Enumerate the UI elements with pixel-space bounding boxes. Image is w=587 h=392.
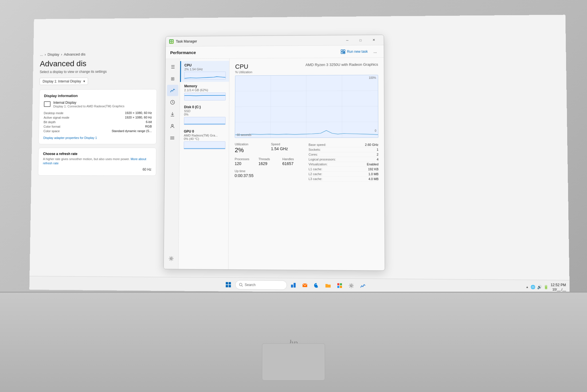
run-new-task-label: Run new task (347, 49, 368, 53)
spec-row-l3-cache: L3 cache: 4.0 MB (308, 177, 378, 181)
svg-rect-31 (337, 283, 339, 285)
breadcrumb-sep2: › (61, 52, 62, 57)
handles-label: Handles (282, 157, 304, 161)
cpu-detail-title: CPU (235, 63, 252, 70)
details-icon (170, 136, 175, 141)
system-tray: ▲ 🌐 🔊 🔋 (526, 285, 548, 289)
start-button[interactable] (223, 279, 234, 291)
cpu-secondary-stats: Processes 120 Threads 1629 Handles 61657 (235, 157, 304, 166)
disk-resource-sub2: 0% (184, 113, 226, 116)
tray-sound-icon[interactable]: 🔊 (537, 285, 542, 289)
sidebar-icon-hamburger[interactable]: ☰ (167, 61, 179, 72)
breadcrumb-current: Advanced dis (64, 52, 86, 56)
l1-cache-value: 192 KB (368, 167, 378, 171)
resource-item-gpu[interactable]: GPU 0 AMD Radeon(TM) Gra... 0% (40 °C) (179, 127, 229, 152)
task-manager-icon (169, 39, 174, 44)
date-value: 10/__./__ (551, 287, 566, 292)
spec-row-cores: Cores: 2 (309, 152, 379, 157)
threads-label: Threads (259, 157, 280, 161)
threads-value: 1629 (259, 161, 280, 166)
sidebar-icon-settings[interactable] (165, 253, 177, 264)
svg-rect-4 (341, 50, 343, 51)
taskbar-folder-icon[interactable] (323, 280, 333, 291)
resource-item-disk[interactable]: Disk 0 (C:) SSD 0% (180, 103, 229, 127)
tray-chevron[interactable]: ▲ (526, 285, 529, 289)
clock-display[interactable]: 12:52 PM 10/__./__ (551, 283, 566, 292)
speed-stat: Speed 1.54 GHz (271, 142, 304, 154)
sidebar-icon-users[interactable] (167, 120, 178, 132)
svg-rect-29 (291, 285, 293, 287)
spec-row-sockets: Sockets: 1 (309, 147, 379, 152)
screen-area: ... › Display › Advanced dis Advanced di… (29, 15, 570, 294)
svg-line-17 (235, 91, 378, 91)
color-space-value: Standard dynamic range (S... (111, 129, 152, 133)
uptime-stat: Up time 0:00:37:55 (234, 169, 304, 178)
taskbar-edge-icon[interactable] (311, 280, 322, 291)
settings-subtitle: Select a display to view or change its s… (40, 69, 157, 74)
taskbar-mail-icon[interactable] (300, 280, 310, 291)
desktop-mode-value: 1920 × 1080, 60 Hz (125, 111, 152, 115)
gpu-resource-sub2: 0% (40 °C) (184, 137, 225, 140)
display-selector-dropdown[interactable]: Display 1: Internal Display ▾ (40, 78, 88, 85)
sidebar-icon-startup[interactable] (167, 109, 178, 120)
taskbar-settings-icon[interactable] (346, 280, 357, 291)
svg-line-18 (235, 106, 378, 107)
sidebar-icon-performance[interactable] (167, 85, 178, 96)
processes-stat: Processes 120 (235, 157, 256, 166)
cpu-detail-header: CPU % Utilization AMD Ryzen 3 3250U with… (235, 62, 378, 74)
utilization-value: 2% (235, 146, 268, 154)
svg-rect-26 (229, 285, 231, 287)
breadcrumb-dots[interactable]: ... (40, 52, 43, 57)
memory-resource-sub: 2.1/3.4 GB (62%) (184, 88, 226, 92)
svg-rect-0 (170, 40, 171, 41)
device-sub: Display 1: Connected to AMD Radeon(TM) G… (53, 104, 124, 108)
taskbar-search[interactable]: Search (235, 280, 287, 290)
display-selector-label: Display 1: Internal Display (43, 79, 81, 83)
sidebar-icon-details[interactable] (167, 132, 178, 144)
minimize-button[interactable]: ─ (341, 35, 354, 45)
time-value: 12:52 PM (551, 283, 566, 288)
resource-item-memory[interactable]: Memory 2.1/3.4 GB (62%) (180, 82, 229, 103)
bit-depth-value: 6-bit (146, 120, 152, 124)
display-adapter-link[interactable]: Display adapter properties for Display 1 (43, 136, 97, 140)
refresh-rate-title: Choose a refresh rate (43, 152, 152, 156)
maximize-button[interactable]: □ (354, 35, 367, 45)
tray-network-icon[interactable]: 🌐 (531, 285, 535, 289)
taskbar-store-icon[interactable] (334, 280, 345, 291)
taskbar-widget-icon[interactable] (288, 280, 298, 290)
signal-mode-label: Active signal mode (44, 116, 69, 119)
cpu-left-stats: Utilization 2% Speed 1.54 GHz (234, 142, 304, 181)
tray-battery-icon[interactable]: 🔋 (543, 285, 548, 289)
logical-processors-value: 4 (377, 158, 378, 161)
sidebar-icon-history[interactable] (167, 97, 178, 108)
svg-rect-33 (337, 286, 339, 288)
graph-time-label: 60 seconds (237, 133, 251, 136)
resource-item-cpu[interactable]: CPU 2% 1.54 GHz (180, 61, 229, 82)
breadcrumb-display[interactable]: Display (48, 52, 59, 57)
uptime-label: Up time (235, 169, 304, 173)
monitor-icon (44, 101, 51, 107)
svg-rect-6 (341, 52, 343, 54)
info-row-desktop-mode: Desktop mode 1920 × 1080, 60 Hz (44, 111, 152, 115)
virtualization-label: Virtualization: (308, 162, 327, 166)
more-options-button[interactable]: ... (371, 48, 379, 55)
page-title: Advanced dis (40, 59, 157, 68)
laptop-touchpad[interactable] (262, 343, 325, 381)
taskbar-performance-icon[interactable] (358, 280, 368, 291)
memory-resource-name: Memory (184, 84, 226, 88)
memory-mini-graph (184, 93, 226, 101)
close-button[interactable]: ✕ (367, 35, 380, 45)
svg-line-28 (242, 285, 243, 287)
sidebar-icon-apps[interactable]: ⊞ (167, 73, 179, 84)
svg-rect-32 (340, 283, 342, 285)
base-speed-value: 2.60 GHz (365, 143, 378, 146)
processes-value: 120 (235, 161, 256, 166)
search-placeholder: Search (245, 283, 256, 287)
disk-resource-name: Disk 0 (C:) (184, 105, 226, 109)
display-device-row: Internal Display Display 1: Connected to… (44, 100, 152, 108)
gpu-mini-graph (184, 141, 225, 149)
settings-gear-icon (169, 256, 174, 261)
run-new-task-button[interactable]: Run new task (341, 49, 368, 54)
task-manager-window: Task Manager ─ □ ✕ Performance (163, 35, 385, 271)
cpu-specs-panel: Base speed: 2.60 GHz Sockets: 1 Cores: 2 (308, 142, 378, 182)
